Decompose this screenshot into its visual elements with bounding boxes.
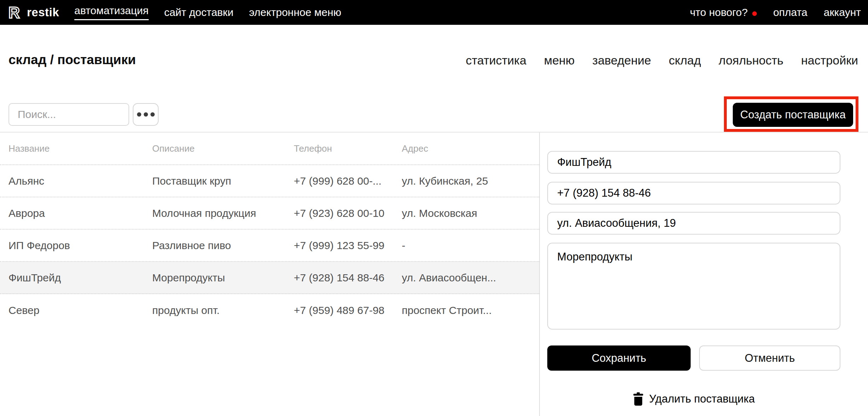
cancel-button[interactable]: Отменить [699,345,840,371]
app-root: R restik автоматизация сайт доставки эле… [0,0,868,416]
section-nav-statistics[interactable]: статистика [466,54,526,67]
account-link[interactable]: аккаунт [824,6,861,18]
topnav-item-emenu[interactable]: электронное меню [249,6,341,18]
supplier-name-field[interactable] [547,151,840,174]
delete-supplier-link[interactable]: Удалить поставщика [547,389,840,409]
ellipsis-icon [144,112,148,117]
panel-divider [539,133,540,416]
supplier-address-field[interactable] [547,212,840,235]
supplier-phone-field[interactable] [547,182,840,204]
topbar-right: что нового? оплата аккаунт [690,0,861,25]
notification-dot-icon [752,11,757,16]
section-nav: статистика меню заведение склад лояльнос… [466,54,858,67]
search-input[interactable] [8,103,129,126]
table-header-row: Название Описание Телефон Адрес [0,133,539,165]
logo-text: restik [27,6,59,19]
topbar: R restik автоматизация сайт доставки эле… [0,0,868,25]
table-body: Альянс Поставщик круп +7 (999) 628 00-..… [0,165,539,326]
svg-text:R: R [8,4,20,21]
restik-logo[interactable]: R restik [8,0,59,25]
create-supplier-button[interactable]: Создать поставщика [733,103,853,127]
table-row-selected[interactable]: ФишТрейд Морепродукты +7 (928) 154 88-46… [0,262,539,294]
table-row[interactable]: Аврора Молочная продукция +7 (923) 628 0… [0,197,539,230]
column-header-phone: Телефон [294,143,402,154]
table-row[interactable]: Север продукты опт. +7 (959) 489 67-98 п… [0,294,539,326]
trash-icon [633,392,644,406]
more-options-button[interactable] [133,103,159,126]
suppliers-table: Название Описание Телефон Адрес Альянс П… [0,133,539,326]
column-header-description: Описание [152,143,294,154]
topbar-nav: автоматизация сайт доставки электронное … [74,0,341,25]
ellipsis-icon [150,112,155,117]
column-header-address: Адрес [402,143,539,154]
topnav-item-delivery-site[interactable]: сайт доставки [164,6,234,18]
restik-logo-icon: R [8,4,23,21]
table-row[interactable]: ИП Федоров Разливное пиво +7 (999) 123 5… [0,230,539,262]
page-title: склад / поставщики [8,52,136,67]
section-nav-menu[interactable]: меню [544,54,575,67]
whats-new-link[interactable]: что нового? [690,6,757,18]
ellipsis-icon [137,112,141,117]
section-nav-venue[interactable]: заведение [592,54,651,67]
topnav-item-automation[interactable]: автоматизация [74,5,149,20]
section-nav-warehouse[interactable]: склад [669,54,701,67]
column-header-name: Название [0,143,152,154]
save-button[interactable]: Сохранить [547,345,691,371]
section-nav-settings[interactable]: настройки [801,54,858,67]
section-nav-loyalty[interactable]: лояльность [719,54,783,67]
table-row[interactable]: Альянс Поставщик круп +7 (999) 628 00-..… [0,165,539,197]
delete-supplier-label: Удалить поставщика [649,393,755,405]
payment-link[interactable]: оплата [773,6,807,18]
supplier-description-field[interactable]: Морепродукты [547,243,840,330]
